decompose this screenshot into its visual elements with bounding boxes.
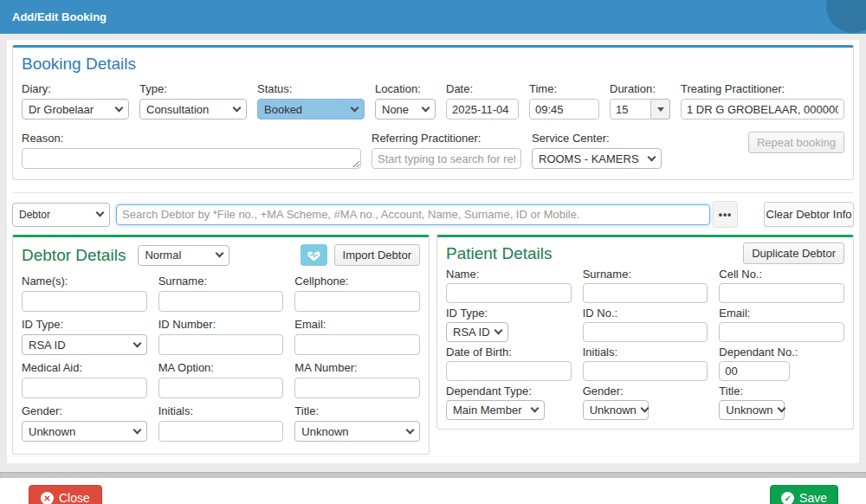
time-label: Time: bbox=[529, 82, 599, 95]
chevron-down-icon bbox=[494, 326, 503, 335]
patient-deptype-select[interactable]: Main Member bbox=[446, 400, 545, 420]
debtor-manumber-label: MA Number: bbox=[294, 361, 420, 374]
debtor-idnumber-input[interactable] bbox=[158, 334, 284, 355]
patient-dob-input[interactable] bbox=[446, 361, 572, 381]
date-input[interactable] bbox=[446, 99, 519, 120]
chevron-down-icon bbox=[132, 425, 141, 434]
debtor-cellphone-input[interactable] bbox=[294, 291, 420, 312]
footer-divider bbox=[0, 472, 866, 478]
close-button[interactable]: ✕ Close bbox=[29, 485, 102, 504]
debtor-email-label: Email: bbox=[294, 318, 420, 331]
patient-cellno-input[interactable] bbox=[719, 283, 844, 303]
save-button[interactable]: ✓ Save bbox=[770, 485, 838, 504]
debtor-names-label: Name(s): bbox=[22, 275, 147, 288]
import-debtor-button[interactable]: Import Debtor bbox=[334, 244, 420, 266]
chevron-down-icon bbox=[351, 103, 359, 112]
chevron-down-icon bbox=[132, 339, 141, 347]
treating-practitioner-label: Treating Practitioner: bbox=[681, 82, 844, 95]
location-select[interactable]: None bbox=[375, 99, 436, 120]
chevron-down-icon bbox=[233, 103, 242, 112]
chevron-down-icon bbox=[96, 209, 105, 217]
debtor-title-label: Title: bbox=[294, 404, 420, 417]
patient-idtype-select[interactable]: RSA ID bbox=[446, 322, 508, 342]
debtor-gender-label: Gender: bbox=[22, 404, 147, 417]
medical-aid-lookup-button[interactable] bbox=[301, 244, 327, 266]
treating-practitioner-input[interactable] bbox=[681, 99, 844, 120]
time-input[interactable] bbox=[529, 99, 599, 120]
reason-textarea[interactable] bbox=[22, 148, 361, 169]
clear-debtor-info-button[interactable]: Clear Debtor Info bbox=[764, 202, 854, 227]
debtor-details-panel: Debtor Details Normal Import Debtor Name… bbox=[12, 235, 430, 455]
service-center-select[interactable]: ROOMS - KAMERS bbox=[532, 148, 662, 169]
debtor-mode-select[interactable]: Normal bbox=[138, 245, 229, 266]
search-more-options-button[interactable]: ••• bbox=[713, 201, 738, 228]
search-type-select[interactable]: Debtor bbox=[12, 203, 110, 227]
referring-practitioner-input[interactable] bbox=[372, 148, 521, 169]
patient-title-label: Title: bbox=[719, 384, 844, 397]
status-label: Status: bbox=[257, 82, 365, 95]
patient-email-input[interactable] bbox=[719, 322, 844, 342]
dialog-titlebar: Add/Edit Booking bbox=[0, 0, 866, 34]
patient-gender-select[interactable]: Unknown bbox=[583, 400, 649, 420]
diary-label: Diary: bbox=[22, 82, 129, 95]
save-check-icon: ✓ bbox=[781, 492, 794, 504]
debtor-gender-select[interactable]: Unknown bbox=[22, 421, 147, 442]
patient-title-select[interactable]: Unknown bbox=[719, 400, 785, 420]
chevron-down-icon bbox=[115, 103, 124, 112]
debtor-maoption-input[interactable] bbox=[158, 378, 284, 398]
type-label: Type: bbox=[139, 82, 247, 95]
debtor-search-input[interactable] bbox=[116, 204, 710, 225]
patient-idno-input[interactable] bbox=[583, 322, 708, 342]
patient-deptype-label: Dependant Type: bbox=[446, 384, 572, 397]
debtor-names-input[interactable] bbox=[22, 291, 147, 312]
patient-details-panel: Patient Details Duplicate Debtor Name: S… bbox=[436, 235, 854, 430]
patient-email-label: Email: bbox=[719, 307, 844, 320]
status-select[interactable]: Booked bbox=[257, 99, 365, 120]
repeat-booking-button[interactable]: Repeat booking bbox=[748, 132, 844, 153]
duration-label: Duration: bbox=[610, 82, 670, 95]
chevron-down-icon bbox=[531, 404, 540, 413]
debtor-initials-label: Initials: bbox=[158, 404, 284, 417]
type-select[interactable]: Consultation bbox=[139, 99, 247, 120]
patient-name-label: Name: bbox=[446, 268, 572, 281]
chevron-down-icon bbox=[216, 249, 224, 258]
debtor-medicalaid-input[interactable] bbox=[22, 378, 147, 398]
caret-down-icon bbox=[657, 107, 664, 112]
debtor-manumber-input[interactable] bbox=[294, 378, 420, 398]
dialog-footer: ✕ Close ✓ Save bbox=[0, 478, 866, 504]
close-icon: ✕ bbox=[41, 492, 54, 504]
dialog-title: Add/Edit Booking bbox=[12, 10, 107, 23]
chevron-down-icon bbox=[648, 152, 656, 161]
reason-label: Reason: bbox=[22, 132, 361, 145]
debtor-surname-input[interactable] bbox=[158, 291, 284, 312]
patient-depno-label: Dependant No.: bbox=[719, 346, 844, 359]
chevron-down-icon bbox=[777, 404, 785, 413]
duration-input[interactable] bbox=[610, 99, 651, 120]
debtor-initials-input[interactable] bbox=[158, 421, 284, 442]
chevron-down-icon bbox=[422, 103, 430, 112]
duplicate-debtor-button[interactable]: Duplicate Debtor bbox=[743, 242, 844, 264]
debtor-idtype-label: ID Type: bbox=[22, 318, 147, 331]
debtor-title-select[interactable]: Unknown bbox=[294, 421, 420, 442]
patient-depno-input[interactable] bbox=[719, 361, 790, 381]
patient-name-input[interactable] bbox=[446, 283, 572, 303]
debtor-idtype-select[interactable]: RSA ID bbox=[22, 334, 147, 355]
debtor-idnumber-label: ID Number: bbox=[158, 318, 284, 331]
booking-details-title: Booking Details bbox=[22, 55, 844, 74]
diary-select[interactable]: Dr Grobelaar bbox=[22, 99, 129, 120]
debtor-search-row: Debtor ••• Clear Debtor Info bbox=[12, 192, 854, 228]
booking-details-panel: Booking Details Diary: Dr Grobelaar Type… bbox=[12, 45, 854, 180]
duration-dropdown-button[interactable] bbox=[651, 99, 670, 120]
chevron-down-icon bbox=[406, 425, 415, 434]
debtor-email-input[interactable] bbox=[294, 334, 420, 355]
details-panels: Debtor Details Normal Import Debtor Name… bbox=[12, 235, 854, 455]
patient-initials-input[interactable] bbox=[583, 361, 708, 381]
location-label: Location: bbox=[375, 82, 436, 95]
debtor-cellphone-label: Cellphone: bbox=[294, 275, 420, 288]
patient-surname-input[interactable] bbox=[583, 283, 708, 303]
debtor-medicalaid-label: Medical Aid: bbox=[22, 361, 147, 374]
patient-gender-label: Gender: bbox=[583, 384, 708, 397]
patient-details-title: Patient Details bbox=[446, 244, 553, 263]
booking-row-1: Diary: Dr Grobelaar Type: Consultation S… bbox=[22, 82, 844, 120]
patient-surname-label: Surname: bbox=[583, 268, 708, 281]
